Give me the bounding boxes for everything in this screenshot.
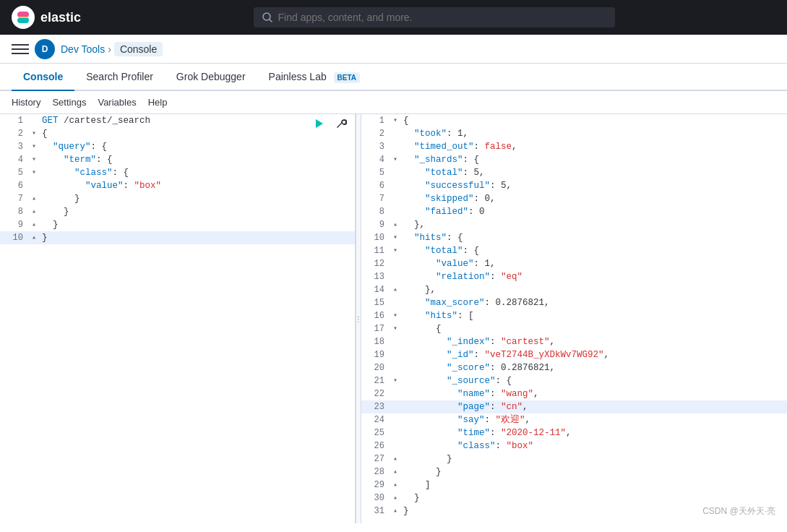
table-row: 27 ▴ } bbox=[361, 452, 787, 466]
table-row: 5 "total": 5, bbox=[361, 166, 787, 179]
svg-marker-3 bbox=[316, 119, 323, 128]
play-icon bbox=[314, 118, 325, 129]
right-editor-panel: 1 ▾ { 2 "took": 1, 3 "timed_out": false,… bbox=[361, 114, 787, 523]
table-row: 19 "_id": "veT2744B_yXDkWv7WG92", bbox=[361, 348, 787, 361]
table-row: 18 "_index": "cartest", bbox=[361, 335, 787, 348]
table-row: 12 "value": 1, bbox=[361, 257, 787, 270]
elastic-logo[interactable]: elastic bbox=[12, 6, 81, 29]
wrench-button[interactable] bbox=[333, 116, 349, 132]
table-row: 16 ▾ "hits": [ bbox=[361, 309, 787, 322]
table-row: 2 ▾ { bbox=[0, 127, 355, 140]
table-row: 14 ▴ }, bbox=[361, 283, 787, 296]
table-row: 15 "max_score": 0.2876821, bbox=[361, 296, 787, 309]
table-row: 11 ▾ "total": { bbox=[361, 244, 787, 257]
table-row: 2 "took": 1, bbox=[361, 127, 787, 140]
table-row: 4 ▾ "_shards": { bbox=[361, 153, 787, 166]
table-row: 1 ▾ { bbox=[361, 114, 787, 127]
toolbar-settings[interactable]: Settings bbox=[52, 94, 86, 111]
toolbar-help[interactable]: Help bbox=[148, 94, 168, 111]
hamburger-menu[interactable] bbox=[12, 40, 29, 58]
table-row: 6 "value": "box" bbox=[0, 179, 355, 192]
table-row: 23 "page": "cn", bbox=[361, 400, 787, 413]
table-row: 24 "say": "欢迎", bbox=[361, 413, 787, 426]
editor-area: 1 GET /cartest/_search 2 ▾ { 3 ▾ "query"… bbox=[0, 114, 787, 523]
toolbar-history[interactable]: History bbox=[12, 94, 40, 111]
logo-text: elastic bbox=[40, 10, 81, 25]
run-button[interactable] bbox=[311, 116, 327, 132]
toolbar: History Settings Variables Help bbox=[0, 91, 787, 114]
beta-badge: BETA bbox=[334, 72, 360, 83]
table-row: 8 ▴ } bbox=[0, 205, 355, 218]
tab-grok-debugger[interactable]: Grok Debugger bbox=[165, 64, 257, 91]
breadcrumb-separator: › bbox=[108, 43, 111, 55]
toolbar-variables[interactable]: Variables bbox=[98, 94, 136, 111]
left-code-editor[interactable]: 1 GET /cartest/_search 2 ▾ { 3 ▾ "query"… bbox=[0, 114, 355, 523]
table-row: 26 "class": "box" bbox=[361, 439, 787, 452]
table-row: 8 "failed": 0 bbox=[361, 205, 787, 218]
table-row: 3 "timed_out": false, bbox=[361, 140, 787, 153]
table-row: 9 ▴ }, bbox=[361, 218, 787, 231]
left-editor-panel: 1 GET /cartest/_search 2 ▾ { 3 ▾ "query"… bbox=[0, 114, 356, 523]
table-row: 30 ▴ } bbox=[361, 492, 787, 505]
table-row: 17 ▾ { bbox=[361, 322, 787, 335]
secondary-nav: D Dev Tools › Console bbox=[0, 35, 787, 64]
search-icon bbox=[262, 12, 272, 22]
table-row: 25 "time": "2020-12-11", bbox=[361, 426, 787, 439]
tab-search-profiler[interactable]: Search Profiler bbox=[74, 64, 165, 91]
tab-console[interactable]: Console bbox=[12, 64, 74, 91]
table-row: 28 ▴ } bbox=[361, 466, 787, 479]
breadcrumb-devtools[interactable]: Dev Tools bbox=[61, 43, 105, 55]
top-bar: elastic bbox=[0, 0, 787, 35]
table-row: 4 ▾ "term": { bbox=[0, 153, 355, 166]
table-row: 1 GET /cartest/_search bbox=[0, 114, 355, 127]
table-row: 3 ▾ "query": { bbox=[0, 140, 355, 153]
breadcrumb: Dev Tools › Console bbox=[61, 42, 163, 56]
editor-toolbar-icons bbox=[311, 116, 349, 132]
table-row: 6 "successful": 5, bbox=[361, 179, 787, 192]
table-row: 13 "relation": "eq" bbox=[361, 270, 787, 283]
table-row: 5 ▾ "class": { bbox=[0, 166, 355, 179]
watermark: CSDN @天外天·亮 bbox=[702, 505, 775, 518]
user-avatar[interactable]: D bbox=[35, 39, 55, 59]
svg-line-2 bbox=[270, 20, 272, 22]
global-search[interactable] bbox=[254, 7, 615, 27]
tab-painless-lab[interactable]: Painless Lab BETA bbox=[257, 64, 372, 91]
table-row: 9 ▴ } bbox=[0, 218, 355, 231]
table-row: 10 ▴ } bbox=[0, 231, 355, 244]
table-row: 21 ▾ "_source": { bbox=[361, 374, 787, 387]
resize-handle[interactable]: ⋮ bbox=[356, 114, 361, 523]
table-row: 22 "name": "wang", bbox=[361, 387, 787, 400]
breadcrumb-console[interactable]: Console bbox=[114, 42, 163, 56]
table-row: 10 ▾ "hits": { bbox=[361, 231, 787, 244]
table-row: 20 "_score": 0.2876821, bbox=[361, 361, 787, 374]
table-row: 29 ▴ ] bbox=[361, 479, 787, 492]
global-search-input[interactable] bbox=[278, 12, 606, 23]
elastic-logo-svg bbox=[12, 6, 35, 29]
wrench-icon bbox=[335, 118, 347, 129]
table-row: 7 "skipped": 0, bbox=[361, 192, 787, 205]
right-code-editor[interactable]: 1 ▾ { 2 "took": 1, 3 "timed_out": false,… bbox=[361, 114, 787, 523]
table-row: 7 ▴ } bbox=[0, 192, 355, 205]
tab-bar: Console Search Profiler Grok Debugger Pa… bbox=[0, 64, 787, 91]
